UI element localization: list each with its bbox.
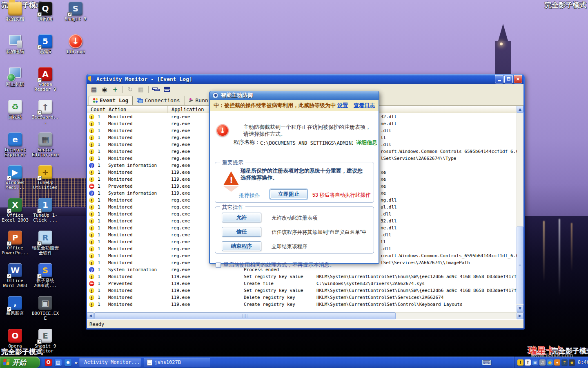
- event-row-24[interactable]: 1Prevented119.exeCreate fileC:\windows\s…: [87, 280, 516, 287]
- desktop-icon-11[interactable]: ▦Sector Editor.exe: [31, 132, 60, 157]
- desktop-icon-4[interactable]: 5↗迅雷5: [31, 34, 60, 54]
- maximize-button[interactable]: [504, 75, 513, 83]
- firewall-tray-icon[interactable]: ◆: [569, 359, 575, 366]
- app-icon: e: [8, 132, 22, 146]
- dialog-titlebar[interactable]: 智能主动防御: [210, 91, 379, 100]
- cell-action: System information: [108, 190, 157, 197]
- taskbar-button-activity-monitor[interactable]: Activity Monitor...: [79, 358, 141, 367]
- tab-event-log[interactable]: Event Log: [89, 96, 133, 105]
- desktop-icon-6[interactable]: 网上邻居: [0, 67, 30, 87]
- icesword-tray-icon[interactable]: †: [525, 359, 531, 366]
- desktop-icon-16[interactable]: P↗Office PowerPo...: [0, 231, 30, 256]
- cell-app: 119.exe: [171, 301, 190, 308]
- desktop-icon-label: TuneUp Utilities: [31, 180, 60, 190]
- column-header-count[interactable]: Count: [87, 106, 106, 113]
- ie-quicklaunch-icon[interactable]: e: [65, 359, 71, 366]
- vertical-scrollbar[interactable]: ▲ ≡ ▼: [517, 106, 523, 312]
- app-icon: 5↗: [38, 34, 52, 48]
- network-tray-icon[interactable]: ▣: [532, 359, 538, 366]
- event-row-23[interactable]: 1Monitored119.exeSet registry key valueH…: [87, 273, 516, 280]
- rising-umbrella-icon[interactable]: ☂: [561, 359, 568, 366]
- security-alert-icon[interactable]: !: [517, 359, 523, 366]
- desktop-icon-9[interactable]: †↗IceSword...: [31, 100, 60, 125]
- desktop-icon-17[interactable]: R↗瑞星全功能安全软件: [31, 231, 60, 256]
- scroll-up-button[interactable]: ▲: [517, 106, 523, 113]
- horizontal-scrollbar[interactable]: ◀ |||| ▶: [87, 312, 523, 319]
- cell-action: Monitored: [108, 238, 133, 245]
- desktop-icon-1[interactable]: Q↗腾讯QQ: [31, 2, 60, 22]
- cascade-windows-button[interactable]: [151, 85, 160, 94]
- desktop-icon-12[interactable]: ▶↗Windows Medi...: [0, 165, 30, 190]
- scroll-down-button[interactable]: ▼: [517, 305, 523, 312]
- app-icon: S↗: [38, 263, 52, 277]
- cell-app: reg.exe: [171, 204, 190, 211]
- desktop-icon-14[interactable]: X↗Office Excel 2003: [0, 198, 30, 223]
- desktop-icon-10[interactable]: eInternet Explorer: [0, 132, 30, 157]
- inject-button[interactable]: +: [111, 85, 120, 94]
- cell-action: Monitored: [108, 294, 133, 301]
- desktop-icon-23[interactable]: E↗Snagit 9 Editor: [31, 329, 60, 354]
- remember-choice-checkbox[interactable]: [216, 263, 221, 268]
- desktop-icon-label: Sector Editor.exe: [31, 148, 60, 157]
- desktop-icon-0[interactable]: 我的文档: [0, 2, 30, 22]
- find-button[interactable]: ◉: [100, 85, 109, 94]
- block-now-button[interactable]: 立即阻止: [270, 189, 307, 199]
- desktop-icon-2[interactable]: S↗Snagit 9: [61, 2, 90, 22]
- app-icon: ,↗: [8, 296, 22, 310]
- desktop-icon-5[interactable]: ↓119.exe: [61, 34, 90, 54]
- shortcut-arrow-badge: ↗: [7, 176, 11, 180]
- desktop-icon-19[interactable]: S↗影子系统 2008试...: [31, 263, 60, 288]
- cell-count: 1: [98, 252, 100, 259]
- desktop-icon-7[interactable]: A↗Adobe Reader 9: [31, 67, 60, 92]
- scroll-left-button[interactable]: ◀: [87, 312, 94, 319]
- cell-action: Monitored: [108, 224, 133, 231]
- properties-button[interactable]: ▤: [89, 85, 98, 94]
- tab-connections[interactable]: Connections: [133, 96, 184, 105]
- input-method-keyboard-icon[interactable]: ⌨: [482, 357, 491, 368]
- cell-detail-tail: .dll: [381, 127, 392, 134]
- minimize-button[interactable]: [495, 75, 503, 83]
- cell-detail: HKLM\System\CurrentControlSet\Enum\SW\{e…: [316, 273, 517, 280]
- start-button[interactable]: 开始: [0, 357, 40, 368]
- quick-launch-expand-chevron[interactable]: »: [74, 359, 78, 366]
- desktop-icon-8[interactable]: ♻回收站: [0, 100, 30, 120]
- cell-count: 1: [98, 162, 100, 169]
- cell-action: Monitored: [108, 211, 133, 218]
- desktop-icon-22[interactable]: OOpera: [0, 329, 30, 349]
- volume-icon[interactable]: ♫: [539, 359, 546, 366]
- event-row-27[interactable]: 1Monitored119.exeCreate registry keyHKLM…: [87, 301, 516, 308]
- desktop-icon-15[interactable]: 1↗TuneUp 1-Click ...: [31, 198, 60, 223]
- close-button[interactable]: ×: [514, 75, 522, 83]
- kill-process-button[interactable]: 结束程序: [222, 241, 261, 251]
- event-row-26[interactable]: 1Monitored119.exeDelete registry keyHKLM…: [87, 294, 516, 301]
- shortcut-arrow-badge: ↗: [37, 78, 42, 82]
- detail-info-link[interactable]: 详细信息: [355, 139, 377, 146]
- event-row-25[interactable]: 1Monitored119.exeSet registry key valueH…: [87, 287, 516, 294]
- settings-link[interactable]: 设置: [337, 102, 348, 109]
- show-desktop-icon[interactable]: ▤: [55, 359, 62, 366]
- horizontal-scroll-thumb[interactable]: ||||: [94, 312, 396, 319]
- lock-tray-icon[interactable]: ●: [547, 359, 553, 366]
- desktop-icon-18[interactable]: W↗Office Word 2003: [0, 263, 30, 288]
- column-header-action[interactable]: Action: [106, 106, 168, 113]
- opera-quicklaunch-icon[interactable]: O: [45, 359, 52, 366]
- scroll-right-button[interactable]: ▶: [517, 312, 523, 319]
- quick-launch: O▤e»: [42, 357, 80, 368]
- cell-action: Monitored: [108, 218, 133, 224]
- window-titlebar[interactable]: Activity Monitor - [Event Log] ×: [87, 74, 523, 84]
- prevented-icon: [89, 184, 94, 189]
- view-log-link[interactable]: 查看日志: [354, 102, 375, 109]
- vertical-scroll-thumb[interactable]: ≡: [517, 227, 523, 304]
- cell-count: 1: [98, 141, 100, 148]
- split-view-button[interactable]: [162, 85, 171, 94]
- trust-button[interactable]: 信任: [222, 227, 261, 237]
- desktop-icon-13[interactable]: +↗TuneUp Utilities: [31, 165, 60, 190]
- allow-button[interactable]: 允许: [222, 213, 261, 222]
- desktop-icon-21[interactable]: ▣BOOTICE.EXE: [31, 296, 60, 321]
- cell-detail-tail: 32.dll: [381, 113, 397, 120]
- taskbar-button-jshs1027b[interactable]: jshs1027B: [144, 358, 210, 367]
- cell-count: 1: [98, 294, 100, 301]
- update-tray-icon[interactable]: ▾: [554, 359, 560, 366]
- desktop-icon-20[interactable]: ,↗暴风影音: [0, 296, 30, 316]
- desktop-icon-3[interactable]: 我的电脑: [0, 34, 30, 54]
